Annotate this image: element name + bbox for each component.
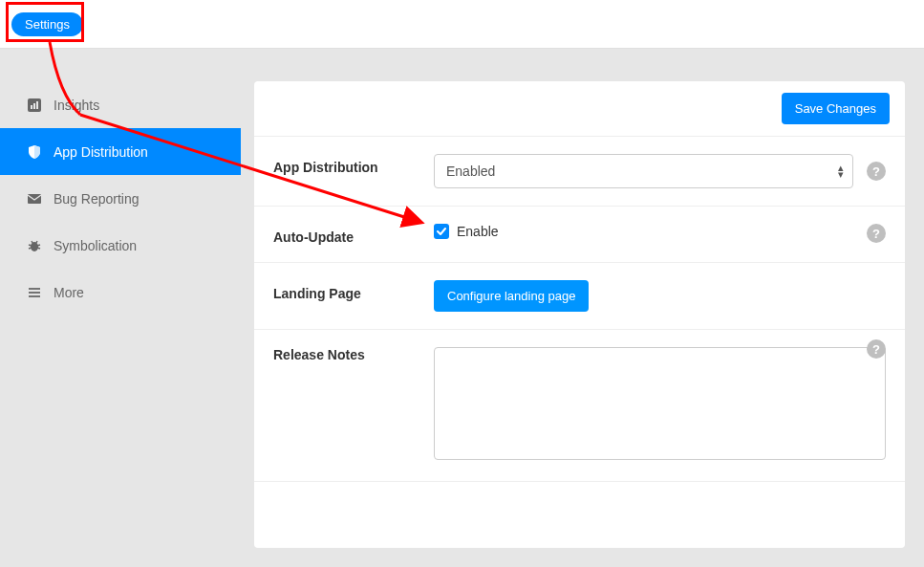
label-landing-page: Landing Page: [273, 280, 434, 301]
svg-line-12: [32, 241, 32, 243]
row-auto-update: Auto-Update Enable ?: [254, 207, 905, 263]
auto-update-checkbox-label: Enable: [457, 224, 499, 239]
sidebar-item-insights[interactable]: Insights: [0, 81, 241, 128]
sidebar-item-label: App Distribution: [54, 144, 148, 160]
panel-footer: [254, 481, 905, 548]
topbar: Settings: [0, 0, 924, 49]
label-release-notes: Release Notes: [273, 347, 434, 362]
menu-icon: [27, 285, 42, 300]
row-app-distribution: App Distribution Enabled ▴▾ ?: [254, 137, 905, 207]
help-icon[interactable]: ?: [867, 339, 886, 359]
label-app-distribution: App Distribution: [273, 154, 434, 175]
sidebar-item-more[interactable]: More: [0, 269, 241, 316]
help-icon[interactable]: ?: [867, 162, 886, 181]
row-landing-page: Landing Page Configure landing page: [254, 263, 905, 330]
row-release-notes: Release Notes ?: [254, 330, 905, 481]
sidebar-item-bug-reporting[interactable]: Bug Reporting: [0, 175, 241, 222]
bug-icon: [27, 238, 42, 253]
svg-point-7: [31, 242, 38, 251]
svg-line-8: [29, 245, 32, 246]
auto-update-checkbox[interactable]: [434, 224, 449, 239]
check-icon: [437, 227, 446, 236]
content-area: Insights App Distribution Bug Reporting …: [0, 49, 924, 567]
bar-chart-icon: [27, 98, 42, 113]
save-changes-button[interactable]: Save Changes: [782, 93, 890, 124]
sidebar-item-label: Insights: [54, 98, 99, 113]
release-notes-textarea[interactable]: [434, 347, 886, 460]
svg-line-10: [29, 248, 32, 249]
mail-icon: [27, 191, 42, 207]
sidebar-item-label: Bug Reporting: [54, 191, 140, 207]
help-icon[interactable]: ?: [867, 224, 886, 243]
sidebar-item-label: Symbolication: [54, 238, 137, 253]
sidebar-item-app-distribution[interactable]: App Distribution: [0, 128, 241, 175]
label-auto-update: Auto-Update: [273, 224, 434, 245]
svg-rect-4: [33, 103, 35, 109]
panel-header: Save Changes: [254, 81, 905, 137]
configure-landing-page-button[interactable]: Configure landing page: [434, 280, 589, 312]
settings-button[interactable]: Settings: [11, 12, 83, 36]
svg-rect-3: [31, 105, 32, 109]
svg-line-11: [37, 248, 40, 249]
svg-rect-5: [36, 101, 38, 109]
main-panel: Save Changes App Distribution Enabled ▴▾…: [254, 81, 905, 548]
sidebar-item-symbolication[interactable]: Symbolication: [0, 222, 241, 269]
svg-rect-6: [28, 194, 41, 204]
shield-icon: [27, 144, 42, 160]
svg-line-13: [36, 241, 37, 243]
sidebar: Insights App Distribution Bug Reporting …: [0, 49, 241, 548]
sidebar-item-label: More: [54, 285, 84, 300]
svg-line-9: [37, 245, 40, 246]
app-distribution-select[interactable]: Enabled: [434, 154, 853, 188]
